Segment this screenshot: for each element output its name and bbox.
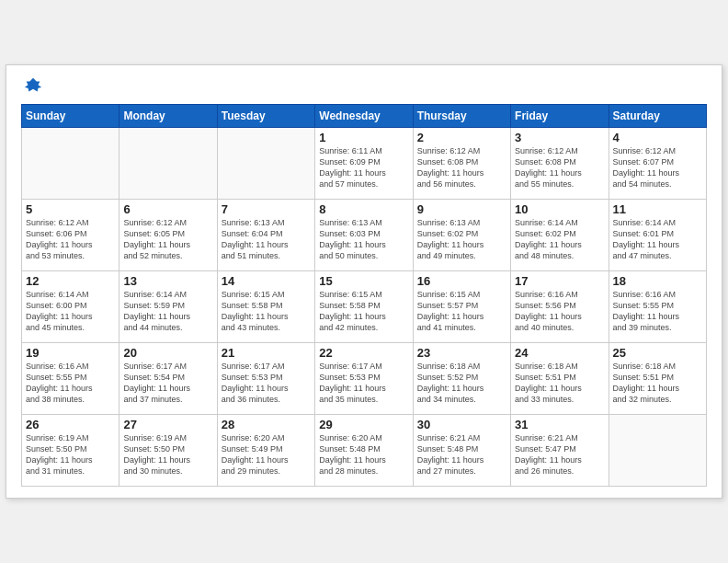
day-info: Sunrise: 6:14 AM Sunset: 5:59 PM Dayligh… <box>123 289 212 334</box>
col-header-saturday: Saturday <box>609 105 706 128</box>
day-number: 3 <box>515 131 604 144</box>
day-info: Sunrise: 6:16 AM Sunset: 5:55 PM Dayligh… <box>26 361 115 406</box>
day-cell: 13Sunrise: 6:14 AM Sunset: 5:59 PM Dayli… <box>119 271 217 343</box>
day-info: Sunrise: 6:18 AM Sunset: 5:52 PM Dayligh… <box>417 361 506 406</box>
day-cell: 7Sunrise: 6:13 AM Sunset: 6:04 PM Daylig… <box>217 200 314 271</box>
day-number: 28 <box>222 418 311 431</box>
day-info: Sunrise: 6:12 AM Sunset: 6:08 PM Dayligh… <box>515 145 604 190</box>
day-number: 1 <box>319 131 408 144</box>
day-info: Sunrise: 6:15 AM Sunset: 5:58 PM Dayligh… <box>319 289 408 334</box>
day-number: 13 <box>123 274 212 288</box>
day-cell: 12Sunrise: 6:14 AM Sunset: 6:00 PM Dayli… <box>22 271 119 343</box>
calendar-header-row: SundayMondayTuesdayWednesdayThursdayFrid… <box>22 105 707 128</box>
day-cell: 21Sunrise: 6:17 AM Sunset: 5:53 PM Dayli… <box>217 343 314 415</box>
day-info: Sunrise: 6:14 AM Sunset: 6:00 PM Dayligh… <box>26 289 115 334</box>
day-number: 14 <box>222 274 311 288</box>
day-cell: 6Sunrise: 6:12 AM Sunset: 6:05 PM Daylig… <box>119 200 217 271</box>
day-cell: 18Sunrise: 6:16 AM Sunset: 5:55 PM Dayli… <box>609 271 706 343</box>
day-number: 26 <box>26 418 115 431</box>
day-info: Sunrise: 6:11 AM Sunset: 6:09 PM Dayligh… <box>319 145 408 190</box>
day-cell <box>119 128 217 200</box>
day-info: Sunrise: 6:12 AM Sunset: 6:06 PM Dayligh… <box>26 217 115 262</box>
day-number: 10 <box>515 202 604 216</box>
calendar-header <box>21 76 707 97</box>
day-info: Sunrise: 6:15 AM Sunset: 5:57 PM Dayligh… <box>417 289 506 334</box>
day-cell: 3Sunrise: 6:12 AM Sunset: 6:08 PM Daylig… <box>511 128 609 200</box>
day-info: Sunrise: 6:19 AM Sunset: 5:50 PM Dayligh… <box>26 432 115 477</box>
day-info: Sunrise: 6:21 AM Sunset: 5:48 PM Dayligh… <box>417 432 506 477</box>
day-cell: 29Sunrise: 6:20 AM Sunset: 5:48 PM Dayli… <box>315 415 413 487</box>
day-number: 17 <box>515 274 604 288</box>
day-info: Sunrise: 6:17 AM Sunset: 5:53 PM Dayligh… <box>222 361 311 406</box>
day-info: Sunrise: 6:14 AM Sunset: 6:02 PM Dayligh… <box>515 217 604 262</box>
logo <box>21 76 43 97</box>
day-cell <box>22 128 119 200</box>
day-cell: 20Sunrise: 6:17 AM Sunset: 5:54 PM Dayli… <box>119 343 217 415</box>
day-cell: 31Sunrise: 6:21 AM Sunset: 5:47 PM Dayli… <box>511 415 609 487</box>
week-row-1: 5Sunrise: 6:12 AM Sunset: 6:06 PM Daylig… <box>22 200 707 271</box>
day-info: Sunrise: 6:16 AM Sunset: 5:55 PM Dayligh… <box>613 289 702 334</box>
day-number: 24 <box>515 346 604 360</box>
day-cell: 2Sunrise: 6:12 AM Sunset: 6:08 PM Daylig… <box>413 128 510 200</box>
day-number: 21 <box>222 346 311 360</box>
logo-icon <box>23 76 43 97</box>
day-cell: 9Sunrise: 6:13 AM Sunset: 6:02 PM Daylig… <box>413 200 510 271</box>
day-number: 5 <box>26 202 115 216</box>
day-cell: 23Sunrise: 6:18 AM Sunset: 5:52 PM Dayli… <box>413 343 510 415</box>
day-cell: 14Sunrise: 6:15 AM Sunset: 5:58 PM Dayli… <box>217 271 314 343</box>
day-number: 27 <box>123 418 212 431</box>
calendar-container: SundayMondayTuesdayWednesdayThursdayFrid… <box>6 64 722 499</box>
day-cell <box>217 128 314 200</box>
day-info: Sunrise: 6:16 AM Sunset: 5:56 PM Dayligh… <box>515 289 604 334</box>
day-info: Sunrise: 6:17 AM Sunset: 5:53 PM Dayligh… <box>319 361 408 406</box>
day-info: Sunrise: 6:12 AM Sunset: 6:07 PM Dayligh… <box>613 145 702 190</box>
day-cell: 15Sunrise: 6:15 AM Sunset: 5:58 PM Dayli… <box>315 271 413 343</box>
day-number: 11 <box>613 202 702 216</box>
day-number: 16 <box>417 274 506 288</box>
day-cell: 1Sunrise: 6:11 AM Sunset: 6:09 PM Daylig… <box>315 128 413 200</box>
day-info: Sunrise: 6:15 AM Sunset: 5:58 PM Dayligh… <box>222 289 311 334</box>
calendar-table: SundayMondayTuesdayWednesdayThursdayFrid… <box>21 104 707 487</box>
week-row-0: 1Sunrise: 6:11 AM Sunset: 6:09 PM Daylig… <box>22 128 707 200</box>
day-cell: 25Sunrise: 6:18 AM Sunset: 5:51 PM Dayli… <box>609 343 706 415</box>
day-cell: 10Sunrise: 6:14 AM Sunset: 6:02 PM Dayli… <box>511 200 609 271</box>
day-info: Sunrise: 6:19 AM Sunset: 5:50 PM Dayligh… <box>123 432 212 477</box>
day-number: 23 <box>417 346 506 360</box>
week-row-3: 19Sunrise: 6:16 AM Sunset: 5:55 PM Dayli… <box>22 343 707 415</box>
day-cell: 16Sunrise: 6:15 AM Sunset: 5:57 PM Dayli… <box>413 271 510 343</box>
day-info: Sunrise: 6:20 AM Sunset: 5:48 PM Dayligh… <box>319 432 408 477</box>
day-number: 8 <box>319 202 408 216</box>
day-number: 20 <box>123 346 212 360</box>
col-header-friday: Friday <box>511 105 609 128</box>
day-number: 29 <box>319 418 408 431</box>
day-number: 4 <box>613 131 702 144</box>
col-header-sunday: Sunday <box>22 105 119 128</box>
day-number: 22 <box>319 346 408 360</box>
day-cell: 24Sunrise: 6:18 AM Sunset: 5:51 PM Dayli… <box>511 343 609 415</box>
day-info: Sunrise: 6:18 AM Sunset: 5:51 PM Dayligh… <box>515 361 604 406</box>
day-number: 31 <box>515 418 604 431</box>
day-info: Sunrise: 6:12 AM Sunset: 6:08 PM Dayligh… <box>417 145 506 190</box>
day-cell <box>609 415 706 487</box>
day-cell: 11Sunrise: 6:14 AM Sunset: 6:01 PM Dayli… <box>609 200 706 271</box>
col-header-monday: Monday <box>119 105 217 128</box>
day-cell: 5Sunrise: 6:12 AM Sunset: 6:06 PM Daylig… <box>22 200 119 271</box>
day-info: Sunrise: 6:21 AM Sunset: 5:47 PM Dayligh… <box>515 432 604 477</box>
day-info: Sunrise: 6:12 AM Sunset: 6:05 PM Dayligh… <box>123 217 212 262</box>
day-number: 2 <box>417 131 506 144</box>
day-number: 30 <box>417 418 506 431</box>
day-number: 6 <box>123 202 212 216</box>
day-cell: 19Sunrise: 6:16 AM Sunset: 5:55 PM Dayli… <box>22 343 119 415</box>
week-row-2: 12Sunrise: 6:14 AM Sunset: 6:00 PM Dayli… <box>22 271 707 343</box>
day-number: 15 <box>319 274 408 288</box>
day-cell: 26Sunrise: 6:19 AM Sunset: 5:50 PM Dayli… <box>22 415 119 487</box>
day-number: 7 <box>222 202 311 216</box>
day-info: Sunrise: 6:13 AM Sunset: 6:04 PM Dayligh… <box>222 217 311 262</box>
day-cell: 4Sunrise: 6:12 AM Sunset: 6:07 PM Daylig… <box>609 128 706 200</box>
day-cell: 28Sunrise: 6:20 AM Sunset: 5:49 PM Dayli… <box>217 415 314 487</box>
col-header-thursday: Thursday <box>413 105 510 128</box>
day-number: 9 <box>417 202 506 216</box>
col-header-tuesday: Tuesday <box>217 105 314 128</box>
day-number: 19 <box>26 346 115 360</box>
day-cell: 30Sunrise: 6:21 AM Sunset: 5:48 PM Dayli… <box>413 415 510 487</box>
